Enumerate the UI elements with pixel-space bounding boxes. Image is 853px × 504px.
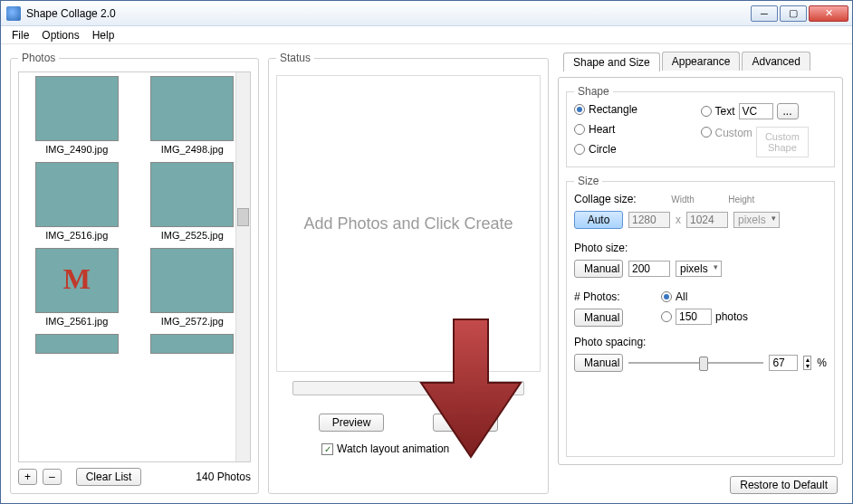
scrollbar-thumb[interactable]: [237, 208, 249, 226]
thumbnail-image: [150, 334, 234, 354]
photo-thumbnail[interactable]: IMG_2516.jpg: [23, 162, 131, 241]
preview-button[interactable]: Preview: [319, 414, 384, 432]
photo-size-label: Photo size:: [574, 242, 656, 254]
thumbnail-filename: IMG_2561.jpg: [23, 316, 131, 327]
app-icon: [6, 6, 21, 21]
tab-advanced[interactable]: Advanced: [742, 52, 810, 71]
maximize-button[interactable]: ▢: [780, 5, 807, 22]
photo-size-units-select[interactable]: pixels: [676, 261, 722, 277]
photo-thumbnail[interactable]: IMG_2490.jpg: [23, 76, 131, 155]
thumbnail-filename: IMG_2498.jpg: [139, 144, 247, 155]
remove-photo-button[interactable]: –: [43, 469, 62, 485]
collage-width-input[interactable]: [628, 212, 670, 228]
photo-size-input[interactable]: [628, 261, 670, 277]
photos-legend: Photos: [18, 52, 59, 64]
photo-scrollbar[interactable]: [235, 72, 250, 461]
collage-size-label: Collage size:: [574, 193, 656, 205]
photo-thumbnail[interactable]: [139, 334, 247, 357]
thumbnail-image: [35, 334, 119, 354]
collage-x: x: [676, 214, 681, 226]
photo-thumbnail[interactable]: [23, 334, 131, 357]
custom-shape-dropzone[interactable]: Custom Shape: [756, 127, 809, 157]
radio-circle-label: Circle: [589, 143, 617, 156]
radio-n-photos[interactable]: [661, 311, 672, 322]
shape-text-browse[interactable]: ...: [777, 103, 799, 119]
radio-text-label: Text: [715, 105, 735, 118]
create-button[interactable]: Create: [433, 414, 498, 432]
restore-default-button[interactable]: Restore to Default: [730, 476, 838, 494]
collage-height-input[interactable]: [686, 212, 728, 228]
menubar: File Options Help: [1, 26, 852, 44]
spacing-label: Photo spacing:: [574, 336, 656, 348]
photo-count-label: 140 Photos: [196, 471, 251, 483]
minimize-button[interactable]: ─: [751, 5, 778, 22]
radio-rectangle[interactable]: [574, 104, 585, 115]
status-canvas: Add Photos and Click Create: [276, 75, 541, 372]
tab-appearance[interactable]: Appearance: [662, 52, 741, 71]
thumbnail-filename: IMG_2525.jpg: [139, 230, 247, 241]
photo-size-mode-button[interactable]: Manual: [574, 260, 623, 278]
spacing-input[interactable]: [769, 355, 798, 371]
thumbnail-image: [150, 162, 234, 227]
photo-list[interactable]: IMG_2490.jpgIMG_2498.jpgIMG_2516.jpgIMG_…: [18, 71, 251, 462]
menu-file[interactable]: File: [6, 28, 34, 42]
radio-all-photos-label: All: [676, 290, 687, 303]
collage-size-auto-button[interactable]: Auto: [574, 211, 623, 229]
spacing-percent: %: [817, 357, 827, 369]
radio-custom-label: Custom: [715, 127, 752, 139]
num-photos-input[interactable]: [676, 309, 712, 325]
thumbnail-image: [35, 76, 119, 141]
radio-custom[interactable]: [701, 127, 712, 138]
shape-legend: Shape: [574, 85, 613, 98]
menu-help[interactable]: Help: [87, 28, 120, 42]
thumbnail-filename: IMG_2490.jpg: [23, 144, 131, 155]
radio-rectangle-label: Rectangle: [589, 103, 637, 116]
size-legend: Size: [574, 175, 602, 187]
spacing-stepper[interactable]: ▲▼: [803, 356, 811, 370]
photo-thumbnail[interactable]: IMG_2525.jpg: [139, 162, 247, 241]
photo-thumbnail[interactable]: IMG_2561.jpg: [23, 248, 131, 327]
window-title: Shape Collage 2.0: [26, 7, 751, 20]
num-photos-suffix: photos: [715, 310, 748, 323]
shape-text-input[interactable]: [739, 103, 773, 119]
photo-thumbnail[interactable]: IMG_2572.jpg: [139, 248, 247, 327]
photos-panel: Photos IMG_2490.jpgIMG_2498.jpgIMG_2516.…: [10, 52, 259, 494]
radio-heart[interactable]: [574, 124, 585, 135]
radio-circle[interactable]: [574, 144, 585, 155]
close-button[interactable]: ✕: [809, 5, 848, 22]
size-group: Size Collage size: Width Height Auto x p…: [566, 175, 835, 457]
watch-animation-label: Watch layout animation: [337, 442, 449, 455]
tab-shape-and-size[interactable]: Shape and Size: [563, 52, 660, 71]
thumbnail-image: [150, 76, 234, 141]
thumbnail-filename: IMG_2516.jpg: [23, 230, 131, 241]
status-panel: Status Add Photos and Click Create Previ…: [268, 52, 549, 494]
height-sublabel: Height: [728, 195, 754, 204]
photo-thumbnail[interactable]: IMG_2498.jpg: [139, 76, 247, 155]
thumbnail-image: [35, 162, 119, 227]
width-sublabel: Width: [671, 195, 695, 204]
menu-options[interactable]: Options: [36, 28, 84, 42]
add-photo-button[interactable]: +: [18, 469, 37, 485]
watch-animation-checkbox[interactable]: ✓: [321, 443, 333, 455]
status-legend: Status: [276, 52, 314, 64]
num-photos-label: # Photos:: [574, 290, 656, 303]
thumbnail-image: [150, 248, 234, 313]
progress-bar: [292, 381, 524, 395]
spacing-slider[interactable]: [628, 354, 763, 372]
titlebar: Shape Collage 2.0 ─ ▢ ✕: [1, 1, 852, 26]
shape-group: Shape Rectangle Heart: [566, 85, 835, 167]
radio-heart-label: Heart: [589, 123, 615, 136]
spacing-mode-button[interactable]: Manual: [574, 354, 623, 372]
radio-text[interactable]: [701, 106, 712, 117]
collage-units-select[interactable]: pixels: [733, 212, 780, 228]
thumbnail-filename: IMG_2572.jpg: [139, 316, 247, 327]
thumbnail-image: [35, 248, 119, 313]
radio-all-photos[interactable]: [661, 291, 672, 302]
num-photos-mode-button[interactable]: Manual: [574, 309, 623, 327]
clear-list-button[interactable]: Clear List: [76, 468, 142, 486]
